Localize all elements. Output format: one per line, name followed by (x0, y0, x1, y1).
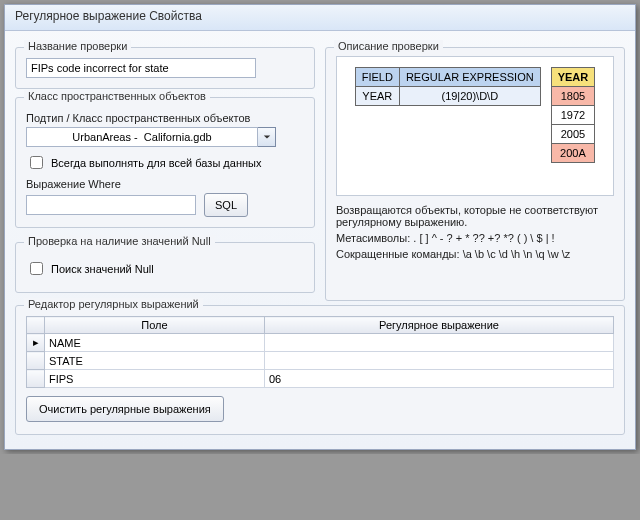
null-check-checkbox[interactable] (30, 262, 43, 275)
vals-row: 2005 (551, 125, 595, 144)
feature-class-combo[interactable] (26, 127, 276, 147)
example-values-table: YEAR 180519722005200A (551, 67, 596, 163)
ex-row-regex: (19|20)\D\D (399, 87, 540, 106)
always-whole-db-row: Всегда выполнять для всей базы данных (26, 153, 304, 172)
grid-cell-regex[interactable] (265, 352, 614, 370)
check-name-group: Название проверки (15, 47, 315, 89)
ex-head-field: FIELD (355, 68, 399, 87)
null-check-group: Проверка на наличие значений Null Поиск … (15, 242, 315, 293)
left-column: Название проверки Класс пространственных… (15, 39, 315, 293)
always-whole-db-label: Всегда выполнять для всей базы данных (51, 157, 261, 169)
regex-editor-legend: Редактор регулярных выражений (24, 298, 203, 310)
grid-cell-field[interactable]: STATE (45, 352, 265, 370)
grid-cell-field[interactable]: NAME (45, 334, 265, 352)
grid-cell-field[interactable]: FIPS (45, 370, 265, 388)
feature-class-value[interactable] (26, 127, 258, 147)
vals-row: 1805 (551, 87, 595, 106)
clear-regex-button[interactable]: Очистить регулярные выражения (26, 396, 224, 422)
null-check-label: Поиск значений Null (51, 263, 154, 275)
example-regex-table: FIELD REGULAR EXPRESSION YEAR (19|20)\D\… (355, 67, 541, 106)
grid-row-header[interactable] (27, 370, 45, 388)
where-row: SQL (26, 193, 304, 217)
grid-row-header[interactable] (27, 352, 45, 370)
always-whole-db-checkbox[interactable] (30, 156, 43, 169)
description-group: Описание проверки FIELD REGULAR EXPRESSI… (325, 47, 625, 301)
grid-col-regex: Регулярное выражение (265, 317, 614, 334)
where-label: Выражение Where (26, 178, 304, 190)
dialog-body: Название проверки Класс пространственных… (5, 31, 635, 449)
ex-row-field: YEAR (355, 87, 399, 106)
vals-head: YEAR (551, 68, 595, 87)
vals-row: 1972 (551, 106, 595, 125)
where-input[interactable] (26, 195, 196, 215)
description-returns: Возвращаются объекты, которые не соответ… (336, 204, 614, 228)
grid-cell-regex[interactable]: 06 (265, 370, 614, 388)
regex-editor-group: Редактор регулярных выражений Поле Регул… (15, 305, 625, 435)
vals-row: 200A (551, 144, 595, 163)
null-check-legend: Проверка на наличие значений Null (24, 235, 215, 247)
description-example-panel: FIELD REGULAR EXPRESSION YEAR (19|20)\D\… (336, 56, 614, 196)
check-name-input[interactable] (26, 58, 256, 78)
description-meta: Метасимволы: . [ ] ^ - ? + * ?? +? *? ( … (336, 232, 614, 244)
sql-button[interactable]: SQL (204, 193, 248, 217)
regex-editor-grid[interactable]: Поле Регулярное выражение ▸NAMESTATEFIPS… (26, 316, 614, 388)
feature-class-group: Класс пространственных объектов Подтип /… (15, 97, 315, 228)
window-title: Регулярное выражение Свойства (5, 5, 635, 31)
grid-cell-regex[interactable] (265, 334, 614, 352)
ex-head-regex: REGULAR EXPRESSION (399, 68, 540, 87)
grid-corner (27, 317, 45, 334)
description-shorthand: Сокращенные команды: \a \b \c \d \h \n \… (336, 248, 614, 260)
top-row: Название проверки Класс пространственных… (15, 39, 625, 293)
chevron-down-icon[interactable] (258, 127, 276, 147)
feature-class-sublabel: Подтип / Класс пространственных объектов (26, 112, 304, 124)
right-column: Описание проверки FIELD REGULAR EXPRESSI… (325, 39, 625, 293)
check-name-legend: Название проверки (24, 40, 131, 52)
description-legend: Описание проверки (334, 40, 443, 52)
feature-class-legend: Класс пространственных объектов (24, 90, 210, 102)
dialog-window: Регулярное выражение Свойства Название п… (4, 4, 636, 450)
grid-row-header[interactable]: ▸ (27, 334, 45, 352)
example-wrap: FIELD REGULAR EXPRESSION YEAR (19|20)\D\… (355, 67, 596, 185)
grid-col-field: Поле (45, 317, 265, 334)
null-check-row: Поиск значений Null (26, 259, 304, 278)
